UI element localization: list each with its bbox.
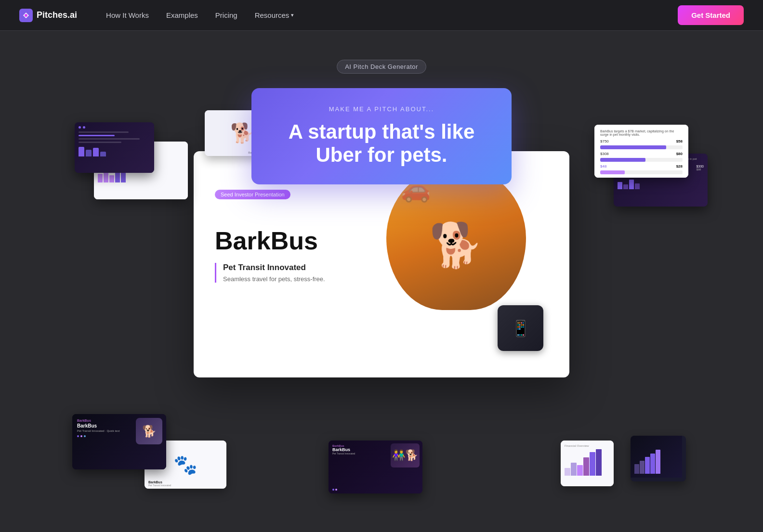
preview-subtitle: Seamless travel for pets, stress-free.: [223, 275, 382, 283]
seed-badge: Seed Investor Presentation: [215, 190, 290, 199]
slide-preview-bm: BarkBus BarkBus Pet Transit Innovated 👫🐕: [329, 441, 422, 493]
get-started-button[interactable]: Get Started: [678, 5, 744, 25]
navbar: Pitches.ai How It Works Examples Pricing…: [0, 0, 763, 31]
nav-resources-label: Resources: [255, 11, 289, 19]
logo-icon: [19, 9, 33, 22]
slide-preview-tl1: [75, 122, 154, 173]
pitch-card: MAKE ME A PITCH ABOUT... A startup that'…: [251, 88, 512, 184]
slide-preview-tr1: BarkBus targets a $7B market, capitalizi…: [594, 125, 688, 178]
slide-dot: [79, 126, 81, 129]
pitch-subtitle: MAKE ME A PITCH ABOUT...: [273, 105, 490, 113]
bb-dot-2: [80, 435, 82, 437]
bb-dot-1: [77, 435, 79, 437]
svg-point-1: [25, 14, 27, 17]
nav-resources[interactable]: Resources ▾: [255, 11, 294, 19]
nav-pricing[interactable]: Pricing: [215, 11, 237, 19]
bb-dot-3: [84, 435, 86, 437]
hero-section: AI Pitch Deck Generator MAKE ME A PITCH …: [0, 31, 763, 532]
slide-dot: [83, 126, 85, 129]
slide-preview-br2: [631, 436, 686, 481]
preview-tagline-block: Pet Transit Innovated Seamless travel fo…: [215, 263, 382, 283]
main-presentation-preview: Seed Investor Presentation BarkBus Pet T…: [194, 151, 569, 377]
badge-text: AI Pitch Deck Generator: [345, 63, 418, 70]
preview-tagline: Pet Transit Innovated: [223, 263, 382, 272]
nav-examples[interactable]: Examples: [166, 11, 198, 19]
logo-text: Pitches.ai: [37, 10, 77, 20]
chevron-down-icon: ▾: [291, 12, 294, 18]
nav-links: How It Works Examples Pricing Resources …: [106, 11, 658, 19]
hero-badge: AI Pitch Deck Generator: [337, 60, 426, 74]
logo[interactable]: Pitches.ai: [19, 9, 77, 22]
slide-preview-bl1: BarkBus BarkBus Pet Transit Innovated · …: [72, 414, 166, 469]
pitch-title: A startup that's like Uber for pets.: [273, 120, 490, 167]
nav-how-it-works[interactable]: How It Works: [106, 11, 149, 19]
preview-company-name: BarkBus: [215, 228, 382, 253]
slide-preview-br1: Financial Overview: [561, 441, 614, 486]
preview-right-panel: 🐕 🚗 📱: [382, 170, 548, 358]
preview-left-panel: Seed Investor Presentation BarkBus Pet T…: [215, 170, 382, 283]
